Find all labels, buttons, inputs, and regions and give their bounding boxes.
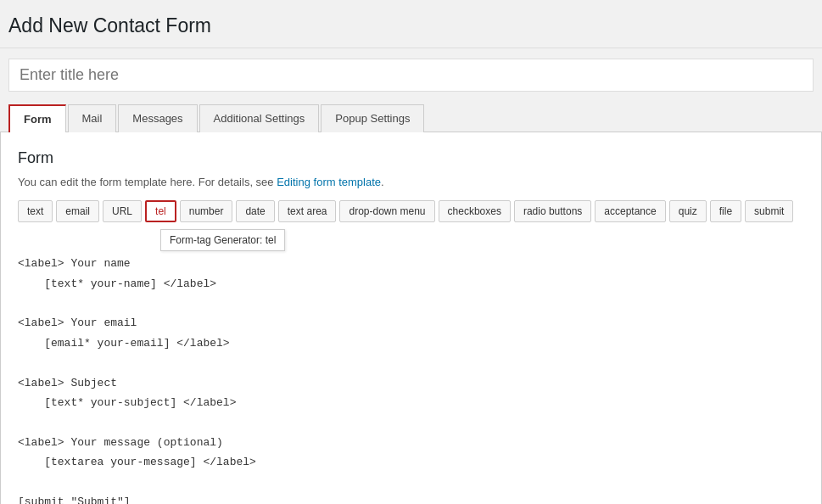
tag-btn-quiz[interactable]: quiz (669, 200, 707, 222)
code-line-2: [text* your-name] </label> (18, 277, 216, 290)
title-input[interactable] (8, 59, 814, 92)
code-line-7: <label> Subject (18, 377, 117, 389)
tag-btn-text-area[interactable]: text area (278, 200, 337, 222)
code-line-13: [submit "Submit"] (18, 496, 131, 504)
form-description-prefix: You can edit the form template here. For… (18, 176, 277, 188)
page-wrapper: Add New Contact Form Form Mail Messages … (0, 0, 822, 504)
code-line-5: [email* your-email] </label> (18, 337, 230, 350)
tag-btn-submit[interactable]: submit (745, 200, 793, 222)
tag-btn-checkboxes[interactable]: checkboxes (439, 200, 511, 222)
tab-additional-settings[interactable]: Additional Settings (199, 104, 320, 132)
form-code-area[interactable]: <label> Your name [text* your-name] </la… (18, 234, 804, 504)
tag-btn-email[interactable]: email (56, 200, 99, 222)
form-description-suffix: . (381, 176, 384, 188)
code-line-6 (18, 356, 25, 369)
tab-messages[interactable]: Messages (118, 104, 197, 132)
code-line-3 (18, 297, 25, 310)
tabs-bar: Form Mail Messages Additional Settings P… (0, 104, 822, 132)
tag-btn-url[interactable]: URL (103, 200, 142, 222)
tag-btn-date[interactable]: date (236, 200, 274, 222)
tag-btn-file[interactable]: file (710, 200, 741, 222)
tag-btn-number[interactable]: number (180, 200, 233, 222)
page-header: Add New Contact Form (0, 0, 822, 48)
title-input-row (0, 48, 822, 100)
page-title: Add New Contact Form (8, 14, 805, 39)
tab-mail[interactable]: Mail (68, 104, 117, 132)
tab-popup-settings[interactable]: Popup Settings (321, 104, 424, 132)
tab-content-form: Form You can edit the form template here… (0, 132, 822, 504)
tag-btn-acceptance[interactable]: acceptance (595, 200, 665, 222)
code-line-4: <label> Your email (18, 316, 137, 329)
tab-form[interactable]: Form (8, 104, 66, 132)
tag-btn-tel-tooltip: Form-tag Generator: tel (160, 229, 285, 251)
code-line-1: <label> Your name (18, 257, 131, 270)
code-line-12 (18, 476, 25, 489)
code-line-10: <label> Your message (optional) (18, 436, 223, 449)
code-line-8: [text* your-subject] </label> (18, 396, 236, 409)
form-description: You can edit the form template here. For… (18, 176, 804, 188)
tag-btn-radio-buttons[interactable]: radio buttons (514, 200, 591, 222)
tag-btn-drop-down-menu[interactable]: drop-down menu (339, 200, 434, 222)
tag-btn-text[interactable]: text (18, 200, 53, 222)
code-line-11: [textarea your-message] </label> (18, 456, 256, 468)
form-section-title: Form (18, 149, 804, 167)
code-line-9 (18, 416, 25, 428)
tag-btn-tel[interactable]: tel (145, 200, 176, 222)
editing-form-template-link[interactable]: Editing form template (277, 176, 381, 188)
tag-buttons-container: text email URL tel number date text area… (18, 200, 804, 222)
